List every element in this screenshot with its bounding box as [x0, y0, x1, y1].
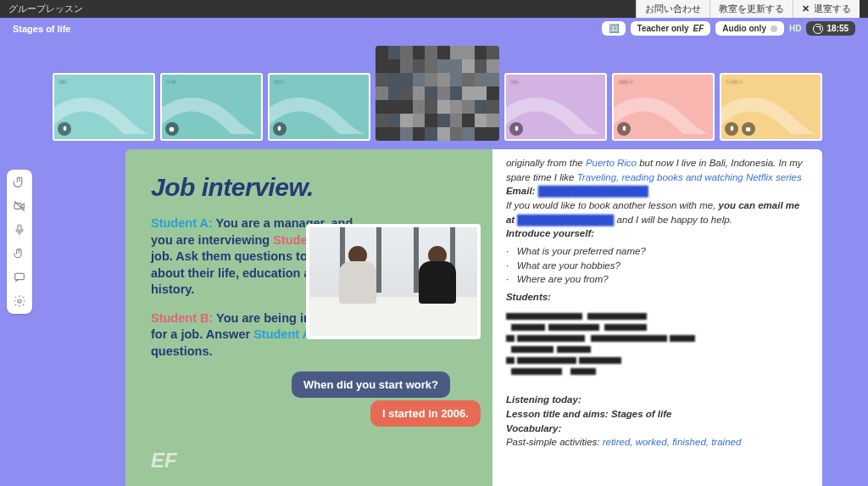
hd-indicator: HD: [789, 24, 801, 33]
webcam-feed: [376, 46, 499, 141]
svg-rect-3: [18, 225, 21, 231]
participant-tile[interactable]: ▪ ▪▪▪ ▪: [720, 73, 822, 141]
classroom-toolbar: [7, 170, 32, 314]
close-icon: ✕: [802, 3, 810, 14]
camera-off-icon: [742, 122, 755, 136]
mic-muted-icon: [165, 122, 179, 136]
participants-strip: ▪▪▪ ▪ ▪▪ ▪▪ ▪ ▪▪▪ ▪▪▪▪ ▪ ▪ ▪▪▪ ▪: [0, 39, 868, 148]
participant-tile[interactable]: ▪ ▪▪: [160, 73, 263, 141]
mic-muted-icon: [58, 122, 71, 136]
ef-logo: EF: [151, 449, 177, 472]
mic-toggle-button[interactable]: [12, 222, 27, 237]
raise-hand-button[interactable]: [12, 175, 27, 190]
refresh-classroom-button[interactable]: 教室を更新する: [709, 0, 793, 18]
slide-image: [306, 224, 481, 339]
slide-title: Job interview.: [151, 173, 469, 202]
participant-tile[interactable]: ▪▪▪: [504, 73, 607, 141]
question-bubble: When did you start work?: [292, 371, 450, 398]
teacher-notes-panel[interactable]: originally from the Puerto Rico but now …: [492, 149, 822, 486]
teacher-only-toggle[interactable]: Teacher only EF: [631, 21, 711, 36]
video-off-icon: [771, 25, 777, 32]
notes-vocab-label: Vocabulary:: [506, 422, 809, 436]
audio-only-toggle[interactable]: Audio only: [715, 21, 784, 36]
notes-email: Email: ████████████████: [506, 184, 809, 198]
exit-button[interactable]: ✕退室する: [793, 0, 860, 18]
clock-icon: [813, 24, 823, 34]
svg-point-5: [18, 299, 21, 303]
chat-button[interactable]: [12, 270, 27, 285]
notes-questions: What is your preferred name? What are yo…: [506, 244, 809, 287]
svg-rect-1: [746, 127, 750, 131]
svg-rect-4: [15, 273, 25, 279]
mic-muted-icon: [617, 122, 631, 136]
answer-bubble: I started in 2006.: [370, 400, 481, 427]
notes-past-simple: Past-simple activities: retired, worked,…: [506, 435, 809, 450]
translate-icon: 🈁: [609, 24, 619, 33]
lesson-slide: Job interview. Student A: You are a mana…: [125, 149, 492, 486]
notes-listening: Listening today:: [506, 393, 809, 407]
lesson-type-label: グループレッスン: [8, 3, 83, 15]
reaction-button[interactable]: [12, 246, 27, 261]
lesson-header: Stages of life 🈁 Teacher only EF Audio o…: [0, 18, 868, 39]
students-list: [506, 310, 809, 374]
lesson-timer: 18:55: [806, 21, 855, 36]
notes-students-label: Students:: [506, 290, 809, 304]
camera-toggle-button[interactable]: [12, 198, 27, 214]
svg-point-0: [170, 126, 175, 131]
participant-tile[interactable]: ▪▪▪▪ ▪: [612, 73, 715, 141]
settings-button[interactable]: [12, 293, 27, 309]
mic-muted-icon: [509, 122, 523, 136]
app-topbar: グループレッスン お問い合わせ 教室を更新する ✕退室する: [0, 0, 868, 18]
lesson-stage: Job interview. Student A: You are a mana…: [125, 149, 822, 486]
notes-lesson-title: Lesson title and aims: Stages of life: [506, 407, 809, 422]
translate-toggle[interactable]: 🈁: [602, 21, 626, 36]
active-speaker-tile[interactable]: [376, 46, 499, 141]
participant-tile[interactable]: ▪▪ ▪: [268, 73, 370, 141]
contact-button[interactable]: お問い合わせ: [636, 0, 709, 18]
ef-logo-small: EF: [693, 24, 704, 33]
notes-intro: originally from the Puerto Rico but now …: [506, 156, 809, 184]
participant-tile[interactable]: ▪▪▪: [53, 73, 155, 141]
lesson-title: Stages of life: [13, 24, 70, 34]
mic-muted-icon: [725, 122, 738, 136]
notes-introduce: Introduce yourself:: [506, 226, 809, 241]
notes-booking: If you would like to book another lesson…: [506, 198, 809, 226]
mic-muted-icon: [273, 122, 287, 136]
